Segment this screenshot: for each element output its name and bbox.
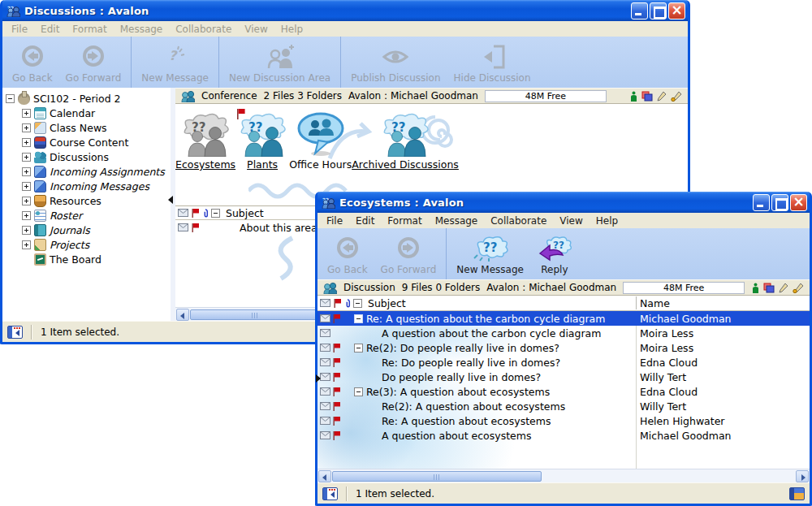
tree-item[interactable]: Class News	[2, 120, 171, 135]
expand-box-icon[interactable]	[22, 240, 31, 249]
menu-item[interactable]: File	[5, 23, 34, 36]
icon-canvas: ??	[175, 104, 688, 205]
menu-item[interactable]: Collaborate	[484, 214, 553, 227]
message-row[interactable]: Re: A question about the carbon cycle di…	[317, 311, 810, 326]
new-discussion-area-button[interactable]: New Discussion Area	[222, 37, 337, 88]
message-row[interactable]: Re: Do people really live in domes? Edna…	[317, 355, 810, 370]
tree-item[interactable]: Course Content	[2, 135, 171, 149]
tree-item[interactable]: Incoming Messages	[2, 179, 171, 193]
minimize-button[interactable]	[631, 2, 648, 19]
collapse-all-icon[interactable]	[211, 209, 220, 218]
statusbar-separator	[346, 487, 348, 501]
panel-toggle-icon[interactable]	[322, 487, 338, 500]
expand-box-icon[interactable]	[22, 182, 31, 191]
collapse-thread-icon[interactable]	[354, 344, 363, 352]
close-button[interactable]	[668, 2, 685, 19]
new-message-button[interactable]: ?? New Message	[450, 228, 530, 279]
go-forward-button[interactable]: Go Forward	[59, 37, 128, 88]
expand-box-icon[interactable]	[22, 123, 31, 132]
title-bar[interactable]: ?? Ecosystems : Avalon	[317, 192, 810, 213]
message-row[interactable]: Do people really live in domes? Willy Te…	[317, 370, 810, 384]
expand-box-icon[interactable]	[22, 211, 31, 220]
tree-root[interactable]: SCI102 - Period 2	[2, 91, 171, 106]
collapse-all-icon[interactable]	[353, 299, 362, 308]
menu-item[interactable]: Help	[274, 23, 309, 36]
collapse-thread-icon[interactable]	[354, 387, 363, 396]
desktop-icon-label: Ecosystems	[175, 158, 235, 171]
tree-item[interactable]: The Board	[2, 252, 171, 266]
menu-item[interactable]: Edit	[349, 214, 381, 227]
menu-item[interactable]: View	[553, 214, 589, 227]
title-bar[interactable]: ?? Discussions : Avalon	[2, 0, 688, 21]
flag-icon	[332, 372, 341, 383]
minimize-button[interactable]	[753, 194, 770, 211]
go-back-button[interactable]: Go Back	[321, 228, 374, 279]
tree-item[interactable]: Incoming Assignments	[2, 164, 171, 179]
envelope-icon	[320, 314, 330, 322]
tree-item[interactable]: Projects	[2, 237, 171, 252]
message-subject: Re: Do people really live in domes?	[366, 357, 560, 369]
maximize-button[interactable]	[771, 194, 788, 211]
desktop-icon[interactable]: ??	[352, 111, 459, 171]
menu-item[interactable]: Message	[114, 23, 170, 36]
message-row[interactable]: Re(2): A question about ecosystems Willy…	[317, 399, 810, 413]
scroll-right-arrow[interactable]	[796, 470, 809, 482]
tree-item[interactable]: Discussions	[2, 149, 171, 164]
expand-box-icon[interactable]	[22, 226, 31, 235]
message-row[interactable]: A question about ecosystems Michael Good…	[317, 428, 810, 443]
scroll-left-arrow[interactable]	[176, 309, 189, 321]
desktop-icon[interactable]: ??	[289, 111, 352, 171]
desktop-icon[interactable]: ??	[175, 111, 235, 171]
close-button[interactable]	[790, 194, 807, 211]
tree-item[interactable]: Resources	[2, 193, 171, 208]
tree-item-label: Journals	[50, 224, 90, 236]
column-divider[interactable]	[636, 296, 637, 309]
maximize-button[interactable]	[650, 2, 667, 19]
view-mode-icon[interactable]	[789, 487, 805, 500]
tree-item[interactable]: Calendar	[2, 106, 171, 120]
menu-item[interactable]: View	[238, 23, 274, 36]
menu-item[interactable]: Edit	[34, 23, 66, 36]
message-row[interactable]: Re(3): A question about ecosystems Edna …	[317, 384, 810, 399]
tree-item[interactable]: Journals	[2, 223, 171, 237]
subject-column-header: Subject	[368, 297, 406, 309]
collapse-thread-icon[interactable]	[354, 314, 363, 323]
expand-box-icon[interactable]	[22, 109, 31, 118]
table-header[interactable]: Subject Name	[317, 296, 810, 311]
infobar-icons	[752, 283, 805, 293]
reply-button[interactable]: ?? Reply	[530, 228, 579, 279]
scrollbar-thumb[interactable]	[190, 309, 320, 320]
message-row[interactable]: A question about the carbon cycle diagra…	[317, 326, 810, 340]
publish-discussion-button[interactable]: Publish Discussion	[344, 37, 447, 88]
go-back-button[interactable]: Go Back	[6, 37, 59, 88]
scrollbar-thumb[interactable]	[332, 471, 542, 482]
desktop-icon[interactable]: ??	[235, 111, 289, 171]
expand-box-icon[interactable]	[22, 138, 31, 147]
menu-bar: FileEditFormatMessageCollaborateViewHelp	[2, 21, 688, 37]
reply-icon: ??	[537, 234, 572, 262]
menu-item[interactable]: Format	[66, 23, 113, 36]
tree-item-label: The Board	[50, 253, 102, 266]
tree-item[interactable]: Roster	[2, 208, 171, 223]
horizontal-scrollbar[interactable]	[317, 469, 810, 482]
splitter-expand-arrow-icon[interactable]	[316, 374, 321, 383]
message-row[interactable]: Re(2): Do people really live in domes? M…	[317, 340, 810, 355]
panel-toggle-icon[interactable]	[7, 326, 23, 339]
go-forward-button[interactable]: Go Forward	[374, 228, 443, 279]
menu-item[interactable]: File	[320, 214, 349, 227]
hide-discussion-button[interactable]: Hide Discussion	[447, 37, 538, 88]
splitter-collapse-arrow-icon[interactable]	[168, 196, 173, 204]
expand-box-icon[interactable]	[22, 167, 31, 176]
tree-item-icon	[34, 195, 46, 207]
menu-item[interactable]: Collaborate	[169, 23, 238, 36]
new-message-button[interactable]: ? New Message	[135, 37, 215, 88]
collapse-box-icon[interactable]	[6, 94, 15, 103]
expand-box-icon[interactable]	[22, 153, 31, 162]
tree-item-label: Projects	[50, 239, 89, 251]
menu-item[interactable]: Help	[590, 214, 624, 227]
menu-item[interactable]: Message	[429, 214, 485, 227]
menu-item[interactable]: Format	[381, 214, 428, 227]
message-row[interactable]: Re: A question about ecosystems Helen Hi…	[317, 413, 810, 428]
expand-box-icon[interactable]	[22, 197, 31, 205]
scroll-left-arrow[interactable]	[318, 470, 331, 482]
